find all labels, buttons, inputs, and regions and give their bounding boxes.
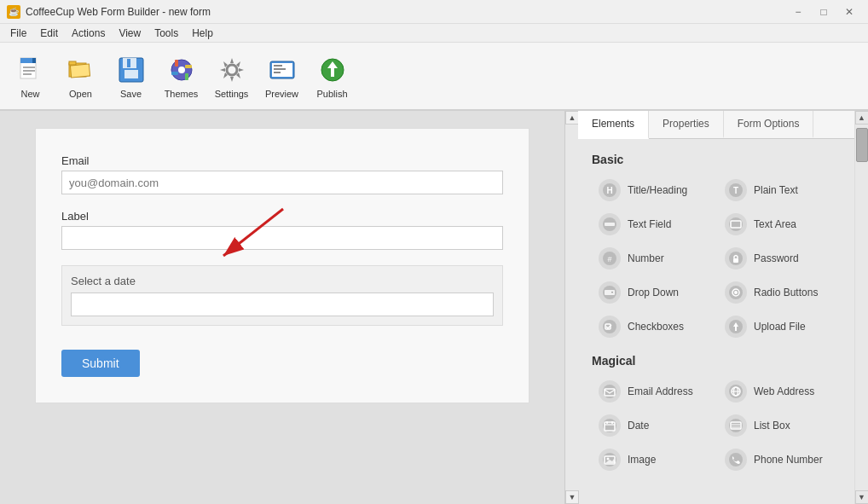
element-image[interactable]: Image	[592, 444, 715, 475]
date-label: Select a date	[71, 275, 494, 287]
svg-rect-12	[127, 59, 130, 67]
svg-text:H: H	[606, 186, 612, 195]
toolbar-open-button[interactable]: Open	[57, 46, 104, 106]
element-upload-file[interactable]: Upload File	[718, 311, 841, 342]
menu-bar: File Edit Actions View Tools Help	[0, 24, 868, 43]
element-radio-buttons[interactable]: Radio Buttons	[718, 277, 841, 308]
toolbar-settings-button[interactable]: Settings	[208, 46, 255, 106]
menu-actions[interactable]: Actions	[65, 24, 112, 42]
canvas-scroll-up-button[interactable]: ▲	[565, 111, 579, 125]
menu-file[interactable]: File	[3, 24, 33, 42]
element-email-address[interactable]: Email Address	[592, 376, 715, 407]
upload-file-icon	[725, 316, 747, 338]
minimize-button[interactable]: −	[786, 3, 810, 20]
maximize-button[interactable]: □	[812, 3, 836, 20]
toolbar-themes-button[interactable]: Themes	[158, 46, 205, 106]
right-panel-container: Elements Properties Form Options Basic H…	[578, 111, 868, 504]
tab-properties[interactable]: Properties	[649, 111, 724, 138]
web-address-icon	[725, 380, 747, 403]
toolbar-publish-button[interactable]: Publish	[309, 46, 356, 106]
svg-rect-18	[185, 65, 192, 68]
element-text-field-label: Text Field	[628, 218, 671, 230]
element-number[interactable]: # Number	[592, 243, 715, 274]
svg-rect-24	[274, 72, 281, 73]
preview-icon	[265, 53, 299, 87]
svg-rect-23	[274, 68, 286, 70]
element-date[interactable]: Date	[592, 410, 715, 441]
window-controls: − □ ✕	[786, 3, 861, 20]
svg-rect-8	[70, 64, 90, 78]
radio-buttons-icon	[725, 281, 747, 304]
svg-rect-39	[733, 258, 738, 263]
toolbar-save-label: Save	[120, 89, 142, 99]
label-input[interactable]	[61, 226, 503, 250]
text-field-icon	[599, 213, 621, 235]
panel-scroll-up-button[interactable]: ▲	[855, 111, 869, 125]
toolbar-settings-label: Settings	[215, 89, 249, 99]
title-heading-icon: H	[599, 179, 621, 201]
elements-panel: Basic H Title/Heading T Plain Text	[578, 139, 854, 497]
basic-elements-grid: H Title/Heading T Plain Text	[592, 175, 841, 342]
element-list-box-label: List Box	[754, 420, 790, 432]
element-phone-number[interactable]: Phone Number	[718, 444, 841, 475]
element-date-label: Date	[628, 420, 649, 432]
svg-rect-1	[20, 58, 32, 63]
date-section-box: Select a date	[61, 265, 503, 326]
close-button[interactable]: ✕	[837, 3, 861, 20]
publish-icon	[315, 53, 350, 87]
element-web-address[interactable]: Web Address	[718, 376, 841, 407]
checkboxes-icon	[599, 316, 621, 338]
element-title-heading[interactable]: H Title/Heading	[592, 175, 715, 206]
canvas-scroll-down-button[interactable]: ▼	[565, 490, 579, 504]
canvas-with-scroll: Email Label	[0, 111, 578, 504]
tab-elements[interactable]: Elements	[578, 111, 649, 139]
panel-scroll-down-button[interactable]: ▼	[855, 490, 869, 504]
svg-point-45	[734, 291, 738, 294]
element-radio-buttons-label: Radio Buttons	[754, 287, 818, 298]
toolbar-publish-label: Publish	[316, 89, 347, 99]
tab-form-options[interactable]: Form Options	[724, 111, 814, 138]
toolbar-new-button[interactable]: New	[7, 46, 54, 106]
element-text-field[interactable]: Text Field	[592, 209, 715, 240]
element-checkboxes-label: Checkboxes	[628, 321, 684, 333]
svg-point-67	[607, 458, 610, 461]
date-input[interactable]	[71, 293, 494, 316]
svg-rect-33	[605, 223, 615, 226]
element-list-box[interactable]: List Box	[718, 410, 841, 441]
element-drop-down[interactable]: Drop Down	[592, 277, 715, 308]
element-checkboxes[interactable]: Checkboxes	[592, 311, 715, 342]
submit-button[interactable]: Submit	[61, 350, 140, 377]
svg-rect-22	[274, 65, 282, 67]
email-input[interactable]	[61, 171, 503, 194]
menu-tools[interactable]: Tools	[148, 24, 185, 42]
element-plain-text[interactable]: T Plain Text	[718, 175, 841, 206]
form-canvas: Email Label	[35, 128, 529, 403]
element-number-label: Number	[628, 252, 664, 264]
basic-section-heading: Basic	[592, 153, 841, 166]
panel-scroll-track	[855, 125, 869, 490]
panel-scrollbar: ▲ ▼	[854, 111, 868, 504]
toolbar-save-button[interactable]: Save	[107, 46, 154, 106]
toolbar-preview-button[interactable]: Preview	[258, 46, 305, 106]
menu-edit[interactable]: Edit	[33, 24, 65, 42]
new-icon	[14, 53, 48, 87]
menu-view[interactable]: View	[112, 24, 148, 42]
panel-tabs: Elements Properties Form Options	[578, 111, 854, 139]
themes-icon	[165, 53, 199, 87]
svg-rect-41	[605, 290, 615, 295]
menu-help[interactable]: Help	[185, 24, 220, 42]
email-field-group: Email	[61, 154, 503, 194]
email-label: Email	[61, 154, 503, 167]
svg-text:#: #	[607, 255, 611, 264]
main-container: Email Label	[0, 111, 868, 504]
element-title-heading-label: Title/Heading	[628, 184, 687, 196]
element-text-area[interactable]: Text Area	[718, 209, 841, 240]
panel-scroll-thumb[interactable]	[856, 128, 868, 162]
canvas-area: Email Label	[0, 111, 564, 504]
plain-text-icon: T	[725, 179, 747, 201]
date-icon	[599, 414, 621, 437]
label-label: Label	[61, 210, 503, 223]
password-icon	[725, 247, 747, 269]
label-field-group: Label	[61, 210, 503, 250]
element-password[interactable]: Password	[718, 243, 841, 274]
